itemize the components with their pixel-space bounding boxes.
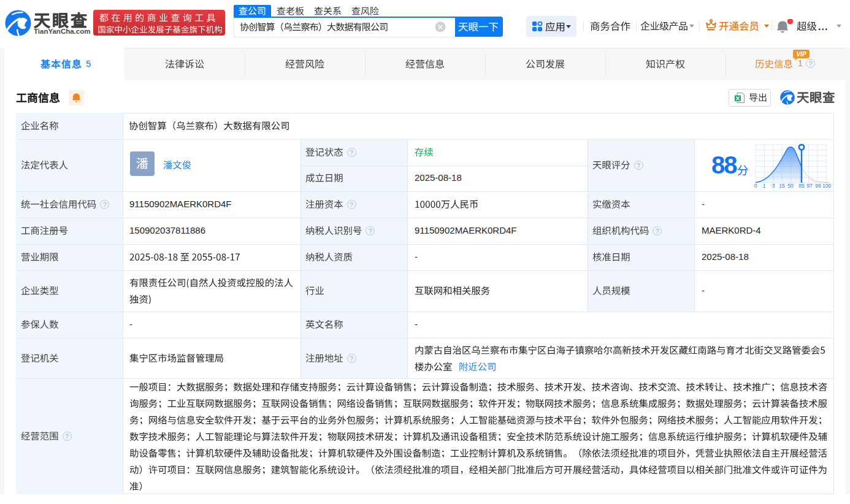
svg-text:VIP: VIP [796, 51, 806, 58]
